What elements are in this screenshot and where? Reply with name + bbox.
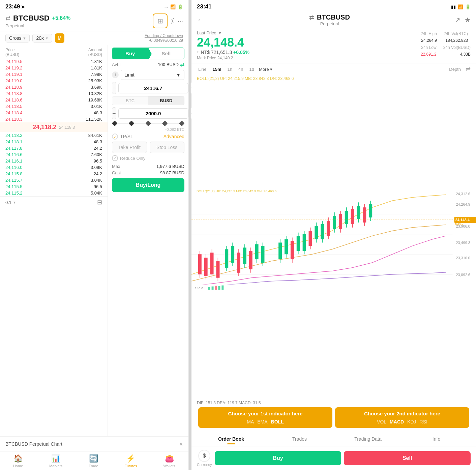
tab-order-book[interactable]: Order Book	[197, 434, 265, 444]
swap-icon: ⇄	[5, 14, 10, 22]
svg-text:24,312.6: 24,312.6	[456, 192, 470, 196]
price-input[interactable]	[118, 83, 188, 93]
nav-trade[interactable]: 🔄 Trade	[89, 454, 98, 468]
tab-line[interactable]: Line	[197, 66, 208, 72]
chart-settings-icon[interactable]: ⊞	[153, 13, 168, 28]
futures-icon: ⚡	[126, 454, 135, 463]
more-icon[interactable]: ···	[177, 17, 183, 25]
ob-buy-row[interactable]: 24,115.25.04K	[0, 190, 108, 196]
ob-buy-row[interactable]: 24,116.67.60K	[0, 151, 108, 158]
ob-buy-row[interactable]: 24,115.824.2	[0, 171, 108, 177]
busd-tab[interactable]: BUSD	[148, 96, 184, 105]
ob-buy-row[interactable]: 24,116.03.09K	[0, 164, 108, 171]
svg-rect-75	[218, 286, 220, 290]
ind-boll[interactable]: BOLL	[271, 419, 284, 424]
share-icon[interactable]: ↗	[455, 16, 460, 24]
transfer-icon[interactable]: ⇄	[180, 61, 184, 68]
tab-1h[interactable]: 1h	[226, 66, 234, 72]
nav-wallets[interactable]: 👛 Wallets	[163, 454, 175, 468]
price-input-row: − +	[112, 82, 184, 94]
ob-sell-row[interactable]: 24,119.17.98K	[0, 71, 108, 78]
bottom-chart-bar[interactable]: BTCBUSD Perpetual Chart ∧	[0, 436, 188, 451]
tab-15m[interactable]: 15m	[211, 66, 223, 72]
last-price-label: Last Price ▼	[197, 30, 249, 35]
chart-title: BTCBUSD Perpetual Chart	[5, 441, 62, 447]
right-symbol: BTCBUSD	[317, 13, 350, 21]
ob-buy-row[interactable]: 24,115.596.5	[0, 183, 108, 190]
tab-more[interactable]: More ▾	[259, 67, 272, 72]
tab-depth[interactable]: Depth	[448, 66, 462, 72]
ind-rsi[interactable]: RSI	[420, 419, 427, 424]
ob-sell-row[interactable]: 24,118.93.69K	[0, 84, 108, 90]
tab-4h[interactable]: 4h	[237, 66, 244, 72]
ind-macd[interactable]: MACD	[390, 419, 404, 424]
ob-buy-row[interactable]: 24,118.148.3	[0, 139, 108, 145]
percent-icon[interactable]: ⁒	[171, 17, 174, 25]
tick-arrow[interactable]: ▼	[13, 201, 16, 204]
take-profit-btn[interactable]: Take Profit	[112, 142, 147, 153]
amount-input[interactable]	[118, 108, 188, 119]
sell-tab[interactable]: Sell	[148, 48, 184, 59]
left-symbol: BTCBUSD	[13, 14, 50, 23]
price-minus-btn[interactable]: −	[112, 82, 116, 94]
ob-sell-row[interactable]: 24,119.21.81K	[0, 65, 108, 71]
cost-val: 98.87 BUSD	[160, 170, 184, 175]
amount-header: Amount(BUSD)	[88, 48, 102, 57]
ind-ema[interactable]: EMA	[257, 419, 267, 424]
leverage-selector[interactable]: 20x ▼	[32, 34, 52, 42]
second-indicator-box[interactable]: Choose your 2nd indicator here VOL MACD …	[335, 407, 469, 428]
info-icon[interactable]: i	[112, 71, 119, 78]
ob-buy-row[interactable]: 24,115.73.04K	[0, 177, 108, 183]
symbol-info: ⇄ BTCBUSD +5.64% Perpetual	[5, 14, 70, 28]
right-sell-button[interactable]: Sell	[344, 451, 471, 465]
stop-loss-btn[interactable]: Stop Loss	[150, 142, 185, 153]
ob-sell-row[interactable]: 24,119.51.81K	[0, 58, 108, 65]
first-indicator-box[interactable]: Choose your 1st indicator here MA EMA BO…	[198, 407, 332, 428]
r-wifi-icon: 📶	[458, 4, 463, 9]
funding-info: Funding / Countdown -0.0049%/00:10:29	[145, 33, 183, 43]
ob-sell-row[interactable]: 24,118.810.32K	[0, 90, 108, 97]
ind-kdj[interactable]: KDJ	[407, 419, 416, 424]
buy-long-button[interactable]: Buy/Long	[112, 178, 184, 192]
btc-tab[interactable]: BTC	[112, 96, 148, 105]
advanced-link[interactable]: Advanced	[163, 134, 184, 139]
tab-trading-data[interactable]: Trading Data	[334, 434, 402, 444]
ob-buy-row[interactable]: 24,116.196.5	[0, 158, 108, 164]
star-icon[interactable]: ★	[465, 16, 471, 24]
tpsl-checkbox[interactable]: ✓	[112, 134, 118, 140]
amount-slider[interactable]	[112, 123, 184, 124]
reduce-only-label: Reduce Only	[120, 156, 145, 161]
nav-home[interactable]: 🏠 Home	[13, 454, 23, 468]
cross-selector[interactable]: Cross ▼	[5, 34, 30, 42]
ob-sell-row[interactable]: 24,118.448.3	[0, 110, 108, 116]
m-badge[interactable]: M	[55, 33, 64, 43]
max-val: 1,977.6 BUSD	[156, 164, 184, 169]
ob-buy-row[interactable]: 24,118.284.61K	[0, 132, 108, 139]
back-button[interactable]: ←	[197, 16, 204, 24]
ind-vol[interactable]: VOL	[377, 419, 386, 424]
chart-area[interactable]: 24,312.6 24,264.9 23,906.0 23,499.3 23,3…	[191, 82, 476, 400]
nav-futures[interactable]: ⚡ Futures	[124, 454, 137, 468]
ob-sell-row[interactable]: 24,118.619.68K	[0, 97, 108, 103]
right-buy-button[interactable]: Buy	[215, 451, 341, 465]
currency-icon[interactable]: $	[198, 450, 210, 462]
tp-sl-btns: Take Profit Stop Loss	[112, 142, 184, 153]
reduce-only-checkbox[interactable]: ✓	[112, 155, 118, 161]
grid-icon[interactable]: ⊟	[97, 199, 102, 206]
funding-link[interactable]: Funding / Countdown	[145, 33, 183, 38]
tab-info[interactable]: Info	[402, 434, 471, 444]
price-chart: 24,312.6 24,264.9 23,906.0 23,499.3 23,3…	[191, 82, 476, 400]
nav-markets[interactable]: 📊 Markets	[49, 454, 62, 468]
chart-settings-icon[interactable]: ⇌	[466, 65, 471, 73]
ob-sell-row[interactable]: 24,118.53.01K	[0, 103, 108, 110]
ob-sell-row[interactable]: 24,119.025.93K	[0, 78, 108, 84]
ind-ma[interactable]: MA	[247, 419, 254, 424]
ob-buy-row[interactable]: 24,117.824.2	[0, 145, 108, 151]
order-type-select[interactable]: Limit ▼	[121, 70, 184, 80]
buy-tab[interactable]: Buy	[112, 48, 148, 59]
ob-sell-row[interactable]: 24,118.3111.52K	[0, 116, 108, 122]
tab-trades[interactable]: Trades	[265, 434, 334, 444]
cost-label: Cost	[112, 170, 121, 175]
amount-minus-btn[interactable]: −	[112, 107, 116, 119]
tab-1d[interactable]: 1d	[248, 66, 256, 72]
